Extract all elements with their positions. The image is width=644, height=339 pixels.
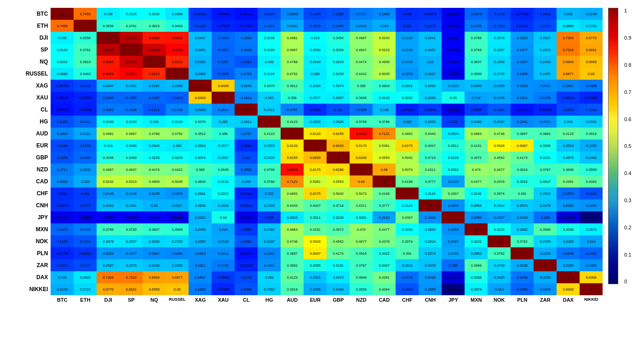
- cell-11-16: 0.4007: [419, 140, 442, 152]
- cell-19-4: 0.2699: [143, 235, 166, 247]
- cell-0-16: 0.09074: [419, 8, 442, 20]
- cell-10-19: 0.4746: [488, 128, 511, 140]
- cell-20-10: 0.3897: [281, 247, 304, 259]
- cell-18-10: 0.4863: [281, 223, 304, 235]
- cell-0-15: 0.086: [396, 8, 419, 20]
- cell-1-11: 0.1378: [304, 20, 327, 32]
- cell-23-1: 0.2724: [74, 283, 97, 295]
- cell-13-16: 0.4311: [419, 164, 442, 175]
- cell-7-6: 0.6409: [189, 92, 212, 104]
- cell-7-20: 0.1911: [511, 92, 534, 104]
- cell-8-8: 1: [235, 104, 258, 116]
- cell-9-0: 0.1223: [51, 116, 74, 128]
- chart-container: BTCETHDJISPNQRUSSELXAGXAUCLHGAUDEURGBPNZ…: [21, 0, 623, 339]
- cell-12-3: 0.3399: [120, 152, 143, 164]
- cell-19-8: 0.1321: [235, 235, 258, 247]
- cell-20-17: 0.2193: [442, 247, 465, 259]
- cell-6-8: 0.2245: [235, 80, 258, 92]
- col-label-mxn: MXN: [465, 297, 488, 303]
- cell-5-4: 0.8219: [143, 68, 166, 80]
- cell-8-17: 0.01431: [442, 104, 465, 116]
- cell-5-6: 0.2393: [189, 68, 212, 80]
- cell-15-1: 0.101: [74, 187, 97, 199]
- cell-16-12: 0.3716: [327, 199, 350, 211]
- cell-14-16: 0.3777: [419, 175, 442, 187]
- cell-23-14: 0.4064: [373, 283, 396, 295]
- cell-2-21: 0.2537: [534, 32, 557, 44]
- cell-9-18: 0.2489: [465, 116, 488, 128]
- row-label-cl: CL: [26, 104, 50, 116]
- cell-2-0: 0.296: [51, 32, 74, 44]
- cell-11-19: 0.5926: [488, 140, 511, 152]
- cell-17-16: 0.1944: [419, 211, 442, 223]
- cell-8-12: 0.121: [327, 104, 350, 116]
- cell-5-19: 0.2735: [488, 68, 511, 80]
- cell-16-10: 0.4443: [281, 199, 304, 211]
- cell-12-8: 0.121: [235, 152, 258, 164]
- cell-18-21: 0.3966: [534, 223, 557, 235]
- cell-19-18: 0.3222: [465, 235, 488, 247]
- cell-11-1: 0.1378: [74, 140, 97, 152]
- cell-10-14: 0.7121: [373, 128, 396, 140]
- cell-21-1: 0.1177: [74, 259, 97, 271]
- cell-9-9: 1: [258, 116, 281, 128]
- cell-14-8: 0.238: [235, 175, 258, 187]
- cell-23-7: 0.07869: [212, 283, 235, 295]
- cell-23-13: 0.3559: [350, 283, 373, 295]
- colorbar-tick-06: 0.6: [624, 117, 631, 122]
- cell-15-9: 0.222: [258, 187, 281, 199]
- cell-8-9: 0.2611: [258, 104, 281, 116]
- cell-7-10: 0.356: [281, 92, 304, 104]
- cell-11-11: 1: [304, 140, 327, 152]
- cell-9-5: 0.3126: [166, 116, 189, 128]
- row-label-nikkei: NIKKEI: [26, 283, 50, 295]
- cell-10-10: 1: [281, 128, 304, 140]
- cell-9-1: 0.1471: [74, 116, 97, 128]
- cell-18-20: 0.2662: [511, 223, 534, 235]
- cell-10-0: 0.1833: [51, 128, 74, 140]
- cell-4-5: 0.8219: [166, 56, 189, 68]
- cell-11-18: 0.4151: [465, 140, 488, 152]
- cell-4-4: 1: [143, 56, 166, 68]
- cell-1-17: 0.02359: [442, 20, 465, 32]
- cell-10-7: 0.356: [212, 128, 235, 140]
- cell-10-18: 0.4863: [465, 128, 488, 140]
- cell-22-10: 0.4123: [281, 271, 304, 283]
- cell-16-21: 0.2478: [534, 199, 557, 211]
- cell-12-20: 0.4174: [511, 152, 534, 164]
- cell-22-9: 0.268: [258, 271, 281, 283]
- cell-16-15: 0.3124: [396, 199, 419, 211]
- cell-22-2: 0.7304: [97, 271, 120, 283]
- cell-22-8: 0.1176: [235, 271, 258, 283]
- cell-3-2: 0.9344: [97, 44, 120, 56]
- colorbar-tick-07: 0.7: [624, 89, 631, 95]
- cell-10-16: 0.4443: [419, 128, 442, 140]
- cell-18-11: 0.4151: [304, 223, 327, 235]
- cell-10-22: 0.4123: [557, 128, 580, 140]
- cell-9-16: 0.2533: [419, 116, 442, 128]
- cell-1-8: 0.07038: [235, 20, 258, 32]
- cell-13-8: 0.1595: [235, 164, 258, 175]
- cell-0-0: 1: [51, 8, 74, 20]
- cell-16-14: 0.3777: [373, 199, 396, 211]
- cell-21-4: 0.2445: [143, 259, 166, 271]
- cell-12-10: 0.6255: [281, 152, 304, 164]
- col-label-btc: BTC: [51, 297, 74, 303]
- cell-7-18: 0.214: [465, 92, 488, 104]
- cell-17-15: 0.4307: [396, 211, 419, 223]
- cell-18-4: 0.3607: [143, 223, 166, 235]
- cell-22-14: 0.4391: [373, 271, 396, 283]
- cell-16-17: 0.1944: [442, 199, 465, 211]
- cell-2-15: 0.2146: [396, 32, 419, 44]
- cell-21-16: 0.2478: [419, 259, 442, 271]
- cell-3-3: 1: [120, 44, 143, 56]
- cell-20-9: 0.1841: [258, 247, 281, 259]
- cell-12-17: 0.3229: [442, 152, 465, 164]
- cell-18-23: 0.2979: [580, 223, 603, 235]
- cell-20-15: 0.391: [396, 247, 419, 259]
- cell-17-3: 0.03263: [120, 211, 143, 223]
- cell-2-18: 0.3765: [465, 32, 488, 44]
- cell-3-10: 0.4967: [281, 44, 304, 56]
- cell-21-9: 0.1941: [258, 259, 281, 271]
- cell-3-16: 0.2451: [419, 44, 442, 56]
